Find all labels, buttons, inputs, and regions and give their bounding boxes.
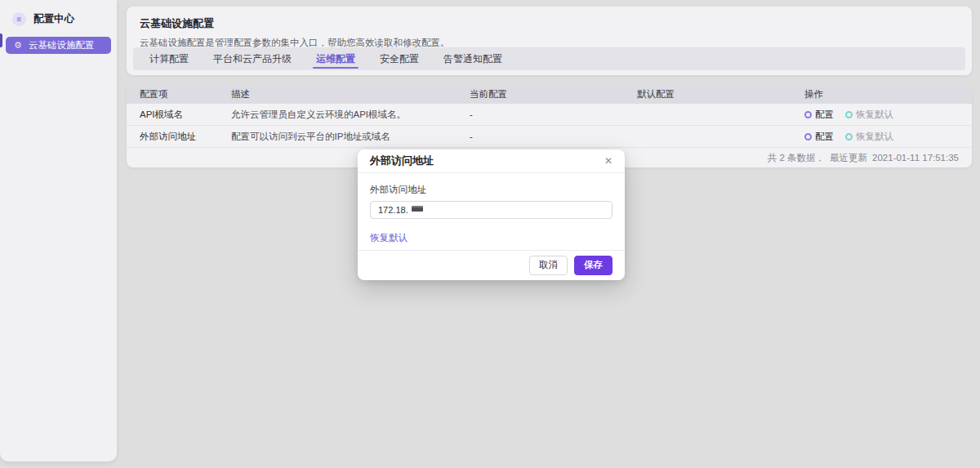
cell-actions: 配置 恢复默认 bbox=[804, 131, 959, 143]
external-address-input[interactable]: 172.18. bbox=[370, 201, 612, 219]
restore-default-icon bbox=[845, 133, 853, 140]
restore-default-button[interactable]: 恢复默认 bbox=[845, 131, 893, 143]
dialog-footer: 取消 保存 bbox=[358, 250, 625, 280]
page-header-card: 云基础设施配置 云基础设施配置是管理配置参数的集中入口，帮助您高效读取和修改配置… bbox=[127, 7, 972, 75]
configure-button[interactable]: 配置 bbox=[804, 109, 834, 121]
tab-ops-config[interactable]: 运维配置 bbox=[306, 47, 365, 70]
dialog-header: 外部访问地址 ✕ bbox=[358, 149, 625, 173]
restore-default-link[interactable]: 恢复默认 bbox=[370, 232, 408, 244]
save-button[interactable]: 保存 bbox=[574, 256, 612, 275]
cell-actions: 配置 恢复默认 bbox=[804, 109, 959, 121]
restore-default-button[interactable]: 恢复默认 bbox=[845, 109, 893, 121]
table-row-api-root-domain: API根域名 允许云管理员自定义云环境的API根域名。 - 配置 恢复默认 bbox=[127, 104, 972, 126]
cell-current-config: - bbox=[470, 109, 637, 119]
last-updated-label: 最近更新 bbox=[830, 152, 867, 164]
col-header-current-config: 当前配置 bbox=[470, 88, 637, 100]
external-access-address-dialog: 外部访问地址 ✕ 外部访问地址 172.18. 恢复默认 取消 保存 bbox=[358, 149, 625, 280]
sidebar-title: 配置中心 bbox=[33, 12, 74, 26]
configure-icon bbox=[804, 111, 812, 118]
tab-security-config[interactable]: 安全配置 bbox=[370, 47, 429, 70]
cell-description: 允许云管理员自定义云环境的API根域名。 bbox=[231, 109, 470, 121]
tab-platform-upgrade[interactable]: 平台和云产品升级 bbox=[203, 47, 301, 70]
gear-icon: ⚙ bbox=[14, 41, 22, 50]
tab-compute-config[interactable]: 计算配置 bbox=[140, 47, 198, 70]
table-row-external-access-address: 外部访问地址 配置可以访问到云平台的IP地址或域名 - 配置 恢复默认 bbox=[127, 126, 972, 148]
dialog-body: 外部访问地址 172.18. 恢复默认 bbox=[358, 173, 625, 244]
sidebar-item-cloud-infra-config[interactable]: ⚙ 云基础设施配置 bbox=[6, 37, 111, 54]
dialog-title: 外部访问地址 bbox=[370, 154, 434, 168]
col-header-actions: 操作 bbox=[804, 88, 959, 100]
active-item-indicator bbox=[0, 33, 2, 47]
cancel-button[interactable]: 取消 bbox=[529, 256, 568, 275]
cell-description: 配置可以访问到云平台的IP地址或域名 bbox=[231, 131, 470, 143]
external-address-field-label: 外部访问地址 bbox=[370, 184, 612, 196]
cell-current-config: - bbox=[470, 131, 637, 141]
configure-label: 配置 bbox=[815, 131, 834, 143]
configure-label: 配置 bbox=[815, 109, 834, 121]
sidebar: ≡ 配置中心 ⚙ 云基础设施配置 bbox=[0, 0, 117, 461]
menu-icon[interactable]: ≡ bbox=[12, 12, 26, 26]
tab-bar: 计算配置 平台和云产品升级 运维配置 安全配置 告警通知配置 bbox=[133, 47, 965, 70]
col-header-default-config: 默认配置 bbox=[637, 88, 804, 100]
tab-alert-notification-config[interactable]: 告警通知配置 bbox=[434, 47, 512, 70]
restore-default-label: 恢复默认 bbox=[856, 131, 893, 143]
last-updated-time: 2021-01-11 17:51:35 bbox=[872, 153, 959, 163]
close-icon[interactable]: ✕ bbox=[604, 156, 612, 166]
cell-config-name: API根域名 bbox=[140, 109, 231, 121]
cell-config-name: 外部访问地址 bbox=[140, 131, 231, 143]
table-header-row: 配置项 描述 当前配置 默认配置 操作 bbox=[127, 84, 972, 104]
restore-default-icon bbox=[845, 111, 853, 118]
page-title: 云基础设施配置 bbox=[127, 7, 972, 31]
input-value-text: 172.18. bbox=[378, 205, 408, 215]
row-count: 共 2 条数据， bbox=[768, 152, 825, 164]
page-description: 云基础设施配置是管理配置参数的集中入口，帮助您高效读取和修改配置。 bbox=[127, 31, 972, 49]
configure-icon bbox=[804, 133, 812, 140]
redacted-value-block bbox=[412, 206, 423, 212]
restore-default-label: 恢复默认 bbox=[856, 109, 893, 121]
sidebar-header: ≡ 配置中心 bbox=[0, 0, 117, 35]
sidebar-item-label: 云基础设施配置 bbox=[29, 39, 95, 51]
col-header-config-item: 配置项 bbox=[140, 88, 231, 100]
configure-button[interactable]: 配置 bbox=[804, 131, 834, 143]
col-header-description: 描述 bbox=[231, 88, 470, 100]
